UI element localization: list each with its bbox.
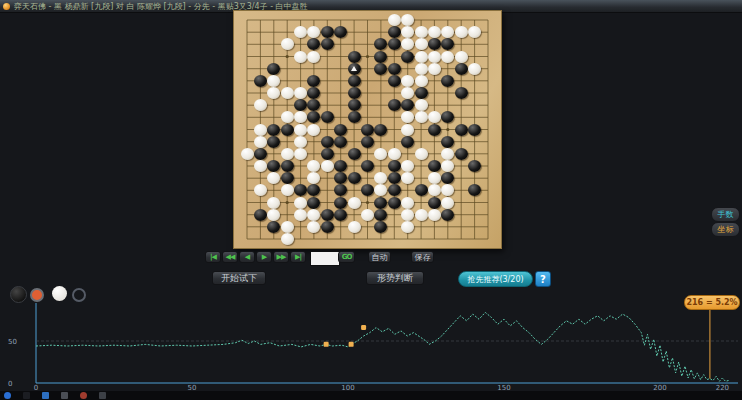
first-move-button[interactable]: |◀ (205, 251, 221, 263)
white-stone (307, 209, 320, 221)
black-stone (388, 63, 401, 75)
white-stone (294, 148, 307, 160)
x-axis-tick-label: 50 (188, 384, 197, 391)
start-button[interactable] (4, 392, 11, 399)
browser-icon[interactable] (42, 392, 49, 399)
white-stone (281, 111, 294, 123)
x-axis-tick-label: 220 (716, 384, 729, 391)
white-stone (321, 160, 334, 172)
black-stone (388, 172, 401, 184)
forward-1-button[interactable]: ▶ (256, 251, 272, 263)
back-1-button[interactable]: ◀ (239, 251, 255, 263)
white-stone (281, 87, 294, 99)
black-stone (441, 136, 454, 148)
taskbar[interactable] (0, 391, 742, 400)
black-stone (348, 75, 361, 87)
app-icon-1[interactable] (23, 392, 30, 399)
last-move-button[interactable]: ▶| (290, 251, 306, 263)
black-stone (321, 26, 334, 38)
start-trial-button[interactable]: 开始试下 (212, 271, 266, 285)
x-axis-tick-label: 100 (341, 384, 354, 391)
white-stone (254, 99, 267, 111)
white-stone (294, 87, 307, 99)
black-stone (361, 136, 374, 148)
black-stone (334, 209, 347, 221)
black-stone (348, 148, 361, 160)
white-stone (415, 51, 428, 63)
last-move-triangle-marker (351, 66, 357, 71)
save-button[interactable]: 保存 (411, 251, 434, 263)
move-numbers-toggle[interactable]: 手数 (711, 207, 740, 222)
black-stone (361, 124, 374, 136)
coordinates-toggle[interactable]: 坐标 (711, 222, 740, 237)
app-icon (3, 3, 10, 10)
marked-move-point (349, 342, 354, 347)
white-stone (415, 38, 428, 50)
white-stone (441, 197, 454, 209)
white-stone (294, 124, 307, 136)
judge-position-button[interactable]: 形势判断 (366, 271, 424, 285)
black-stone (348, 51, 361, 63)
white-stone (428, 63, 441, 75)
white-stone (307, 51, 320, 63)
white-stone (294, 197, 307, 209)
marked-move-point (324, 342, 329, 347)
black-stone (388, 26, 401, 38)
black-stone (281, 172, 294, 184)
white-stone (254, 124, 267, 136)
white-stone (348, 221, 361, 233)
black-stone (415, 87, 428, 99)
black-stone (374, 51, 387, 63)
white-stone (468, 63, 481, 75)
white-stone (415, 63, 428, 75)
black-stone (401, 136, 414, 148)
white-stone (254, 136, 267, 148)
app-icon-2[interactable] (80, 392, 87, 399)
x-axis-tick-label: 0 (34, 384, 38, 391)
black-stone (307, 197, 320, 209)
black-stone (334, 136, 347, 148)
black-stone (321, 136, 334, 148)
y-axis-tick-label: 50 (8, 338, 17, 346)
auto-play-button[interactable]: 自动 (368, 251, 391, 263)
go-button[interactable]: GO (338, 251, 355, 263)
black-stone (388, 160, 401, 172)
ai-hint-button[interactable]: 抢先推荐(3/20) (458, 271, 533, 287)
move-number-input[interactable] (310, 251, 340, 266)
white-stone (281, 148, 294, 160)
black-stone (281, 160, 294, 172)
white-stone (281, 233, 294, 245)
forward-10-button[interactable]: ▶▶ (273, 251, 289, 263)
black-stone (441, 209, 454, 221)
black-stone (348, 99, 361, 111)
white-stone (415, 209, 428, 221)
black-stone (374, 209, 387, 221)
marked-move-point (361, 325, 366, 330)
move-numbers-label: 手数 (718, 209, 734, 220)
black-stone (254, 148, 267, 160)
white-stone (307, 124, 320, 136)
winrate-tooltip: 216 = 5.2% (684, 295, 740, 310)
app-icon-3[interactable] (99, 392, 106, 399)
winrate-chart[interactable]: 050050100150200220 (0, 296, 742, 391)
white-stone (281, 221, 294, 233)
white-stone (415, 111, 428, 123)
white-stone (241, 148, 254, 160)
black-stone (388, 197, 401, 209)
white-stone (415, 148, 428, 160)
white-stone (415, 26, 428, 38)
folder-icon[interactable] (61, 392, 68, 399)
white-stone (267, 75, 280, 87)
go-board[interactable] (233, 10, 502, 249)
black-stone (388, 99, 401, 111)
back-10-button[interactable]: ◀◀ (222, 251, 238, 263)
help-button[interactable]: ? (535, 271, 551, 287)
white-stone (361, 209, 374, 221)
white-stone (294, 136, 307, 148)
black-stone (254, 75, 267, 87)
black-stone (348, 87, 361, 99)
winrate-line (36, 312, 729, 381)
black-stone (374, 197, 387, 209)
black-stone (361, 160, 374, 172)
y-axis-tick-label: 0 (8, 380, 12, 388)
